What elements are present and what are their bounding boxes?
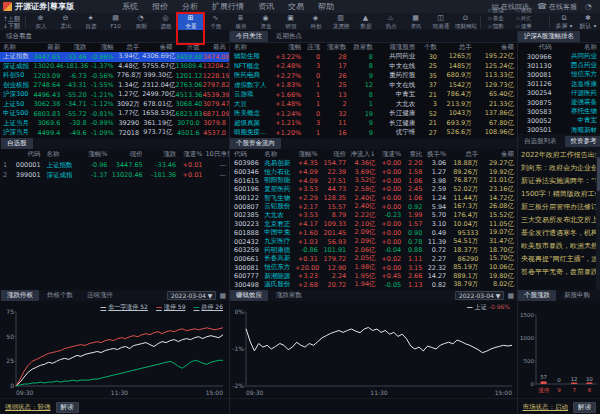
toolbar-grid-期货[interactable]: ▫期货 — [516, 6, 542, 13]
link-在线客服[interactable]: ☎在线客服 — [537, 2, 577, 12]
news-item[interactable]: 三大交易所发布北交所上市 — [517, 214, 597, 227]
table-row[interactable]: 大豆+1.48%121大北农3213.9万21.33亿 — [231, 100, 517, 110]
toolbar-grid-基金[interactable]: ▫基金 — [488, 14, 514, 21]
table-row[interactable]: 300254仟源医药 — [517, 89, 600, 98]
table-row[interactable]: 细胞免疫…+1.20%1169优宁维27526.6万108.96亿 — [231, 128, 517, 138]
table-row[interactable]: 300501海顺新材 — [517, 126, 600, 135]
news-item[interactable]: 欧美股市暴跌，欧洲天然气 — [517, 240, 597, 253]
toolbar-button-理财网站[interactable]: ⊙理财网站 — [453, 13, 478, 30]
table-row[interactable]: 300122智飞生物+2.29128.352.40亿+0.001.061.241… — [231, 194, 517, 203]
page-down-button[interactable]: ↓下翻 — [3, 22, 20, 29]
toolbar-button-选股[interactable]: ◎选股 — [153, 13, 178, 30]
table-row[interactable]: 虚拟数字人+1.83%12512中文在线371542万129.73亿 — [231, 81, 517, 91]
table-row[interactable]: 600196复星医药+3.5344.732.58亿+0.002.452.5952… — [231, 185, 517, 194]
toolbar-button-资金[interactable]: ◉资金 — [253, 13, 278, 30]
table-row[interactable]: 创业板指2748.64-43.31-1.55%1.34亿2312.04亿2763… — [0, 81, 229, 91]
menu-item-资讯[interactable]: 资讯 — [258, 1, 274, 12]
table-row[interactable]: 300223北京君正+4.17109.332.10亿+0.001.573.101… — [231, 220, 517, 229]
news-item[interactable]: 2022年政府工作报告出炉 — [517, 149, 597, 162]
date-picker-left[interactable]: 2022-03-04 ▼ — [167, 291, 216, 300]
toolbar-button-研报[interactable]: ▣研报 — [278, 13, 303, 30]
calendar-icon[interactable]: ▦ — [219, 292, 226, 300]
table-row[interactable]: 603259药明康德-0.86101.912.06亿-0.040.880.721… — [231, 246, 517, 255]
tab-money-flow[interactable]: 个股资金流向 — [230, 138, 281, 149]
table-row[interactable]: 603986兆易创新+4.35154.774.36亿+0.002.203.061… — [231, 159, 517, 168]
news-scrollbar[interactable] — [596, 149, 600, 290]
table-row[interactable]: 300498温氏股份+2.6820.721.94亿-0.051.130.8238… — [231, 281, 517, 290]
date-picker-mid[interactable]: 2022-03-04 ▼ — [455, 291, 504, 300]
table-row[interactable]: 科创501203.09-6.73-0.56%776.8万399.30亿1201.… — [0, 71, 229, 81]
table-row[interactable]: 云游戏+1.66%1138中青宝21786.4万65.40亿 — [231, 90, 517, 100]
table-row[interactable]: 000661长春高新+0.31179.722.05亿+0.021.112.278… — [231, 255, 517, 264]
menu-item-交易[interactable]: 交易 — [288, 1, 304, 12]
toolbar-dropdown-多屏[interactable]: ⧉多屏 ▾ — [552, 14, 576, 29]
table-row[interactable]: 600346恒力石化+4.0922.393.69亿+0.001.581.2789… — [231, 168, 517, 177]
menu-item-报价[interactable]: 报价 — [152, 1, 168, 12]
table-row[interactable]: 上证503062.38-34.71-1.12%3092万678.01亿3068.… — [0, 100, 229, 110]
tab-新股申购[interactable]: 新股申购 — [558, 290, 596, 301]
tab-今日关注[interactable]: 今日关注 — [230, 31, 268, 42]
table-row[interactable]: 超级真菌+1.21%3119长江健康21693.9万67.80亿 — [231, 119, 517, 129]
tab-个股涨跌[interactable]: 个股涨跌 — [518, 290, 556, 301]
table-row[interactable]: 深证成指13020.46-181.36-1.37%4.48亿5755.67亿13… — [0, 62, 229, 72]
tab-投资参考[interactable]: 投资参考 — [565, 136, 600, 147]
tab-连续涨停[interactable]: 连续涨停 — [81, 290, 119, 301]
news-item[interactable]: 1500字！精简版政府工作报 — [517, 188, 597, 201]
tab-炸板个数[interactable]: 炸板个数 — [41, 290, 79, 301]
tab-涨跌停板[interactable]: 涨跌停板 — [1, 290, 39, 301]
table-row[interactable]: 601888中国中免+1.60201.452.09亿+0.000.900.499… — [231, 229, 517, 238]
toolbar-button-板块[interactable]: ≣板块 — [228, 13, 253, 30]
news-item[interactable]: 新证券法实施满两年：“零” — [517, 175, 597, 188]
toolbar-grid-股指[interactable]: ▫股指 — [488, 6, 514, 13]
table-row[interactable]: 上证指数3447.65-33.46-0.96%3.94亿4306.69亿3459… — [0, 52, 229, 62]
calendar-icon[interactable]: ▦ — [507, 292, 514, 300]
table-row[interactable]: 辅助生殖+3.22%0288共同药业301265万195.22亿 — [231, 52, 517, 62]
page-up-button[interactable]: ↑上翻 — [3, 15, 20, 22]
table-row[interactable]: 医药电商+2.27%0269重药控股35680.9万113.33亿 — [231, 71, 517, 81]
scrollbar-thumb[interactable] — [597, 157, 600, 191]
table-row[interactable]: 301126达嘉维康 — [517, 80, 600, 89]
table-row[interactable]: 300081恒信东方 — [517, 70, 600, 79]
toolbar-button-周期[interactable]: ◔周期 — [128, 13, 153, 30]
toolbar-button-F10[interactable]: ▤F10 — [103, 13, 128, 30]
news-item[interactable]: 央视再提“网红主播”，游 — [517, 253, 597, 266]
toolbar-button-自选[interactable]: ★自选 — [78, 13, 103, 30]
toolbar-button-个股[interactable]: ∿个股 — [203, 13, 228, 30]
strength-status[interactable]: 强弱状态：较强 — [5, 403, 51, 412]
toolbar-grid-指数[interactable]: ▫指数 — [488, 22, 514, 29]
table-row[interactable]: 上证当月3069.6-30.8-0.99%39290361.19亿3070.03… — [0, 119, 229, 129]
market-temp-status[interactable]: 市场状态：启动 — [523, 403, 569, 412]
table-row[interactable]: 601615明阳智能+4.0927.513.52亿+0.001.063.9876… — [231, 176, 517, 185]
table-row[interactable]: 600777新潮能源+3.232.241.95亿+0.452.6614.2788… — [231, 272, 517, 281]
toolbar-button-卖出[interactable]: ⊖卖出 — [53, 13, 78, 30]
table-row[interactable]: 000807云铝股份+2.1715.572.40亿+0.000.925.9416… — [231, 202, 517, 211]
menu-item-帮助[interactable]: 帮助 — [318, 1, 334, 12]
explain-button-left[interactable]: 解读 — [56, 402, 79, 413]
table-row[interactable]: 医美概念+1.24%03219长江健康521043万137.86亿 — [231, 109, 517, 119]
tab-自选股列表[interactable]: 自选股列表 — [518, 136, 563, 147]
toolbar-button-资讯[interactable]: ▦资讯 — [403, 13, 428, 30]
table-row[interactable]: 沪深当月4499.4-49.6-1.09%72018973.71亿4501.64… — [0, 128, 229, 138]
table-row[interactable]: 301130西点药业 — [517, 61, 600, 70]
table-row[interactable]: 300966共同药业 — [517, 52, 600, 61]
table-row[interactable]: 300583赛托生物 — [517, 107, 600, 116]
page-flip-buttons[interactable]: ↑上翻 ↓下翻 — [3, 15, 20, 29]
table-row[interactable]: 2399001深证成指-1.3713020.46-181.36+0.01— — [0, 170, 229, 180]
tab-gainers-rank[interactable]: 沪深A股涨幅排名 — [518, 31, 580, 42]
explain-button-right[interactable]: 解读 — [573, 402, 596, 413]
table-row[interactable]: 300875捷强装备 — [517, 98, 600, 107]
table-row[interactable]: 002432九安医疗+1.0356.932.09亿+0.000.7811.395… — [231, 237, 517, 246]
toolbar-button-陆港通[interactable]: ◫陆港通 — [428, 13, 453, 30]
toolbar-dropdown-默认[interactable]: ✱默认 ▾ — [576, 14, 600, 29]
table-row[interactable]: 沪深3004496.43-55.20-1.21%1.27亿2499.70亿451… — [0, 90, 229, 100]
toolbar-button-龙虎榜[interactable]: ▥龙虎榜 — [328, 13, 353, 30]
news-item[interactable]: 基金发行遭遇寒冬，机构： — [517, 227, 597, 240]
toolbar-grid-债券[interactable]: ▫债券 — [516, 22, 542, 29]
toolbar-button-全景[interactable]: ⊞全景 — [178, 13, 203, 30]
toolbar-button-热点[interactable]: ♨热点 — [378, 13, 403, 30]
news-item[interactable]: 刘向东：政府会为企业创新 — [517, 162, 597, 175]
tab-赚钱效应[interactable]: 赚钱效应 — [230, 290, 268, 301]
news-item[interactable]: 新三板分层管理办法修订发 — [517, 201, 597, 214]
news-item[interactable]: 答卷平平无奇，盘前暴跌 — [517, 266, 597, 279]
tab-watchlist[interactable]: 自选股 — [1, 138, 33, 149]
